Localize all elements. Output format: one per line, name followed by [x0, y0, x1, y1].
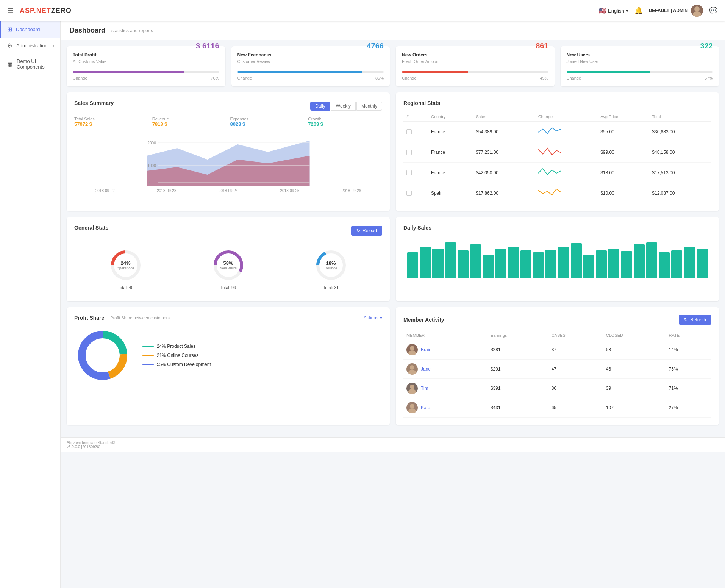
bar-item	[533, 252, 544, 278]
member-name[interactable]: Kate	[421, 405, 430, 410]
demo-icon: ▦	[7, 61, 13, 68]
svg-point-27	[408, 408, 416, 413]
bar-item	[583, 255, 594, 278]
svg-point-1	[693, 11, 701, 17]
page-title: Dashboard	[70, 27, 105, 34]
sales-summary-title: Sales Summary	[74, 100, 114, 106]
footer-text: AbpZeroTemplate StandardX	[67, 441, 719, 445]
stat-card-2: New Orders Fresh Order Amount 861 Change…	[396, 46, 555, 86]
member-avatar	[406, 383, 418, 394]
chevron-down-icon: ▾	[626, 8, 628, 14]
table-row: France $54,389.00 $55.00 $30,883.00	[403, 122, 711, 142]
member-name[interactable]: Brain	[421, 347, 431, 352]
bar-item	[458, 250, 469, 278]
revenue-stat: Revenue 7818 $	[152, 117, 227, 127]
svg-point-0	[694, 6, 700, 12]
user-info[interactable]: DEFAULT | ADMIN	[649, 5, 703, 17]
circle-new-visits: 58% New Visits Total: 99	[211, 248, 245, 290]
svg-point-25	[408, 389, 416, 394]
sidebar-item-label: Administration	[16, 43, 47, 48]
table-row: Jane $291 47 46 75%	[403, 360, 711, 379]
bar-item	[545, 250, 556, 278]
avatar	[691, 5, 703, 17]
bar-item	[508, 247, 519, 278]
sidebar-item-administration[interactable]: ⚙ Administration ›	[0, 38, 60, 54]
bar-item	[407, 252, 418, 278]
sales-stats-row: Total Sales 57072 $ Revenue 7818 $ Expen…	[74, 117, 382, 127]
tab-weekly[interactable]: Weekly	[331, 102, 356, 111]
tab-monthly[interactable]: Monthly	[356, 102, 382, 111]
legend-item: 55% Custom Development	[142, 362, 211, 367]
language-selector[interactable]: 🇺🇸 English ▾	[599, 7, 628, 14]
app-logo: ASP.NETZERO	[20, 7, 72, 15]
svg-point-24	[410, 385, 414, 389]
daily-sales-chart	[403, 241, 711, 278]
tab-daily[interactable]: Daily	[310, 102, 330, 111]
bar-item	[634, 244, 645, 278]
growth-stat: Growth 7203 $	[308, 117, 382, 127]
bar-item	[608, 249, 619, 278]
member-avatar	[406, 344, 418, 355]
refresh-icon: ↻	[684, 317, 688, 322]
refresh-button[interactable]: ↻ Refresh	[679, 315, 711, 325]
bar-item	[495, 249, 506, 278]
bar-item	[697, 249, 708, 278]
member-activity-card: Member Activity ↻ Refresh MEMBER Earning…	[396, 307, 719, 425]
svg-text:2000: 2000	[148, 141, 156, 145]
bar-item	[520, 250, 531, 278]
footer-version: v6.0.0.0 [20180926]	[67, 445, 719, 449]
sales-summary-card: Sales Summary Daily Weekly Monthly Total…	[67, 92, 390, 211]
chevron-down-icon: ▾	[380, 315, 382, 321]
bell-icon[interactable]: 🔔	[634, 7, 643, 14]
svg-point-20	[410, 346, 414, 350]
regional-stats-title: Regional Stats	[403, 100, 711, 106]
regional-table: # Country Sales Change Avg Price Total F…	[403, 112, 711, 203]
profit-donut	[74, 327, 131, 384]
svg-point-26	[410, 404, 414, 408]
topbar: ☰ ASP.NETZERO 🇺🇸 English ▾ 🔔 DEFAULT | A…	[0, 0, 725, 21]
chat-icon[interactable]: 💬	[709, 6, 717, 15]
stat-card-0: Total Profit All Customs Value $ 6116 Ch…	[67, 46, 225, 86]
bar-item	[558, 247, 569, 278]
table-row: Kate $431 65 107 27%	[403, 398, 711, 418]
sidebar: ⊞ Dashboard ⚙ Administration › ▦ Demo UI…	[0, 21, 61, 588]
sidebar-item-demo-ui[interactable]: ▦ Demo UI Components	[0, 54, 60, 74]
bar-item	[483, 255, 494, 278]
reload-label: Reload	[362, 228, 377, 233]
main-content: Dashboard statistics and reports Total P…	[61, 21, 725, 588]
bar-item	[420, 247, 431, 278]
topbar-right: 🇺🇸 English ▾ 🔔 DEFAULT | ADMIN 💬	[599, 5, 717, 17]
language-label: English	[608, 8, 624, 14]
member-name[interactable]: Tim	[421, 386, 428, 391]
general-stats-card: General Stats ↻ Reload 24% Operation	[67, 217, 390, 301]
hamburger-icon[interactable]: ☰	[8, 6, 14, 15]
table-row: France $42,050.00 $18.00 $17,513.00	[403, 163, 711, 183]
bar-item	[671, 250, 682, 278]
bar-item	[470, 244, 481, 278]
reload-button[interactable]: ↻ Reload	[351, 226, 382, 236]
actions-button[interactable]: Actions ▾	[364, 315, 382, 321]
bar-item	[659, 252, 670, 278]
total-sales-stat: Total Sales 57072 $	[74, 117, 148, 127]
table-row: Brain $281 37 53 14%	[403, 340, 711, 360]
logo-highlight: ZERO	[51, 7, 72, 14]
sidebar-item-label: Dashboard	[16, 27, 40, 32]
reload-icon: ↻	[356, 228, 360, 233]
member-activity-title: Member Activity	[403, 317, 444, 323]
profit-share-subtitle: Profit Share between customers	[110, 316, 170, 320]
table-row: Spain $17,862.00 $10.00 $12,087.00	[403, 183, 711, 203]
circles-row: 24% Operations Total: 40 58% New Visits …	[74, 244, 382, 294]
stat-cards: Total Profit All Customs Value $ 6116 Ch…	[67, 46, 719, 86]
bar-item	[432, 249, 443, 278]
member-avatar	[406, 402, 418, 413]
svg-text:1000: 1000	[148, 164, 156, 168]
footer: AbpZeroTemplate StandardX v6.0.0.0 [2018…	[61, 437, 725, 452]
actions-label: Actions	[364, 315, 378, 321]
sidebar-item-dashboard[interactable]: ⊞ Dashboard	[0, 21, 60, 38]
legend-dot	[142, 355, 154, 356]
user-name: DEFAULT | ADMIN	[649, 8, 688, 13]
profit-share-card: Profit Share Profit Share between custom…	[67, 307, 390, 425]
legend-item: 24% Product Sales	[142, 344, 211, 349]
admin-icon: ⚙	[7, 42, 12, 49]
member-name[interactable]: Jane	[421, 366, 431, 372]
